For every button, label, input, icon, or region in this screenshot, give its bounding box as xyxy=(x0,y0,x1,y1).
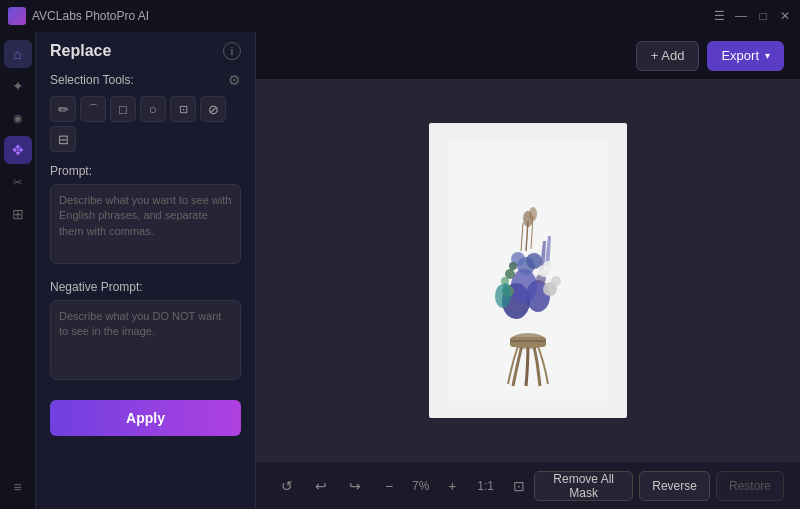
selection-tools-settings-icon[interactable]: ⚙ xyxy=(228,72,241,88)
sidebar-item-style[interactable]: ⊞ xyxy=(4,200,32,228)
fit-button[interactable]: ⊡ xyxy=(504,471,534,501)
canvas-viewport[interactable] xyxy=(256,80,800,461)
canvas-area: + Add Export ▾ xyxy=(256,32,800,509)
left-panel: Replace i Selection Tools: ⚙ ✏ ⌒ □ ○ ⊡ ⊘… xyxy=(36,32,256,509)
selection-tools-section: Selection Tools: ⚙ ✏ ⌒ □ ○ ⊡ ⊘ ⊟ xyxy=(36,66,255,158)
image-container xyxy=(429,123,627,418)
sidebar-item-remove[interactable]: ✂ xyxy=(4,168,32,196)
apply-button[interactable]: Apply xyxy=(50,400,241,436)
sidebar-item-settings[interactable]: ≡ xyxy=(4,473,32,501)
pen-tool[interactable]: ✏ xyxy=(50,96,76,122)
refresh-button[interactable]: ↺ xyxy=(272,471,302,501)
redo-button[interactable]: ↪ xyxy=(340,471,370,501)
flower-image xyxy=(448,141,608,401)
tools-row: ✏ ⌒ □ ○ ⊡ ⊘ ⊟ xyxy=(50,96,241,152)
svg-point-18 xyxy=(503,283,509,289)
app-logo xyxy=(8,7,26,25)
ellipse-tool[interactable]: ○ xyxy=(140,96,166,122)
polygon-tool[interactable]: ⊟ xyxy=(50,126,76,152)
zoom-level: 7% xyxy=(408,479,433,493)
svg-point-20 xyxy=(529,207,537,221)
negative-prompt-label: Negative Prompt: xyxy=(50,280,241,294)
maximize-button[interactable]: □ xyxy=(756,9,770,23)
close-button[interactable]: ✕ xyxy=(778,9,792,23)
export-chevron-icon: ▾ xyxy=(765,50,770,61)
brush-tool[interactable]: ⊘ xyxy=(200,96,226,122)
title-bar-left: AVCLabs PhotoPro AI xyxy=(8,7,149,25)
sidebar-item-enhance[interactable]: ✦ xyxy=(4,72,32,100)
zoom-in-button[interactable]: + xyxy=(437,471,467,501)
prompt-section: Prompt: xyxy=(36,158,255,274)
smart-select-tool[interactable]: ⊡ xyxy=(170,96,196,122)
title-bar: AVCLabs PhotoPro AI ☰ — □ ✕ xyxy=(0,0,800,32)
panel-title: Replace xyxy=(50,42,111,60)
svg-point-22 xyxy=(543,261,553,271)
svg-point-16 xyxy=(509,262,517,270)
prompt-label: Prompt: xyxy=(50,164,241,178)
add-button[interactable]: + Add xyxy=(636,41,700,71)
reverse-button[interactable]: Reverse xyxy=(639,471,710,501)
svg-rect-2 xyxy=(510,337,546,347)
svg-point-12 xyxy=(551,276,561,286)
svg-point-10 xyxy=(495,284,511,308)
selection-tools-label: Selection Tools: xyxy=(50,73,134,87)
bottom-toolbar: ↺ ↩ ↪ − 7% + 1:1 ⊡ Remove All Mask Rever… xyxy=(256,461,800,509)
svg-point-9 xyxy=(505,269,515,279)
sidebar-item-face[interactable]: ◉ xyxy=(4,104,32,132)
svg-point-15 xyxy=(526,253,542,269)
undo-button[interactable]: ↩ xyxy=(306,471,336,501)
title-bar-controls: ☰ — □ ✕ xyxy=(712,9,792,23)
sidebar-item-replace[interactable]: ✥ xyxy=(4,136,32,164)
sidebar-item-home[interactable]: ⌂ xyxy=(4,40,32,68)
zoom-reset-button[interactable]: 1:1 xyxy=(471,479,500,493)
zoom-out-button[interactable]: − xyxy=(374,471,404,501)
menu-button[interactable]: ☰ xyxy=(712,9,726,23)
prompt-textarea[interactable] xyxy=(50,184,241,264)
selection-tools-header: Selection Tools: ⚙ xyxy=(50,72,241,88)
info-icon[interactable]: i xyxy=(223,42,241,60)
minimize-button[interactable]: — xyxy=(734,9,748,23)
negative-prompt-section: Negative Prompt: xyxy=(36,274,255,390)
remove-all-mask-button[interactable]: Remove All Mask xyxy=(534,471,633,501)
toolbar-right: Remove All Mask Reverse Restore xyxy=(534,471,784,501)
icon-sidebar: ⌂ ✦ ◉ ✥ ✂ ⊞ ≡ xyxy=(0,32,36,509)
lasso-tool[interactable]: ⌒ xyxy=(80,96,106,122)
negative-prompt-textarea[interactable] xyxy=(50,300,241,380)
app-title: AVCLabs PhotoPro AI xyxy=(32,9,149,23)
toolbar-left: ↺ ↩ ↪ − 7% + 1:1 ⊡ xyxy=(272,471,534,501)
export-button[interactable]: Export ▾ xyxy=(707,41,784,71)
rect-tool[interactable]: □ xyxy=(110,96,136,122)
main-layout: ⌂ ✦ ◉ ✥ ✂ ⊞ ≡ Replace i Selection Tools:… xyxy=(0,32,800,509)
top-bar: + Add Export ▾ xyxy=(256,32,800,80)
restore-button[interactable]: Restore xyxy=(716,471,784,501)
panel-header: Replace i xyxy=(36,32,255,66)
